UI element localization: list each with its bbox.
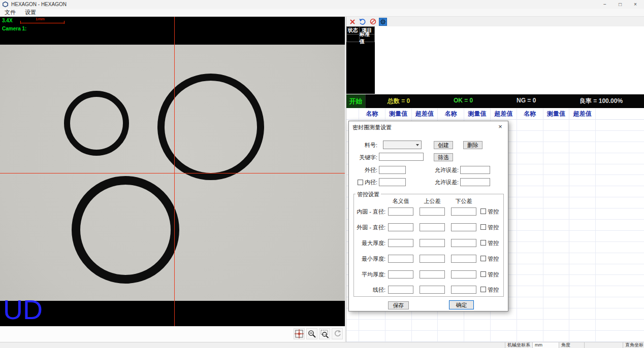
app-logo-icon: [3, 2, 8, 7]
result-cell: [543, 220, 570, 231]
result-cell: [464, 331, 491, 342]
inner-dia-upper-input[interactable]: [420, 207, 445, 216]
outer-diameter-input[interactable]: [379, 166, 406, 174]
result-cell: [543, 297, 570, 308]
unit-status: mm: [532, 342, 559, 348]
result-cell: [543, 164, 570, 176]
control-settings-title: 管控设置: [356, 191, 381, 198]
start-button[interactable]: 开始: [346, 94, 366, 108]
avg-thickness-nominal-input[interactable]: [388, 270, 413, 279]
crosshair-vertical: [174, 17, 175, 326]
result-header-blank: [346, 109, 359, 120]
avg-thickness-upper-input[interactable]: [420, 270, 445, 279]
result-cell: [517, 286, 543, 297]
keyword-label: 关键字:: [352, 154, 377, 160]
inner-diameter-checkbox[interactable]: [358, 180, 363, 185]
inner-tolerance-input[interactable]: [460, 178, 490, 186]
camera-bottom-mask: [0, 301, 345, 326]
result-cell: [569, 208, 596, 220]
inner-dia-control-checkbox[interactable]: [480, 208, 486, 214]
result-cell: [491, 331, 517, 342]
outer-dia-control-checkbox[interactable]: [480, 224, 486, 230]
stage-center-button[interactable]: [294, 328, 305, 339]
result-cell: [543, 175, 570, 186]
ok-button[interactable]: 确定: [449, 300, 474, 309]
filter-button[interactable]: 筛选: [434, 153, 453, 161]
max-thickness-lower-input[interactable]: [451, 239, 476, 247]
camera-view: 3.4X Camera 1: 1mm UD: [0, 17, 345, 326]
max-thickness-control-checkbox[interactable]: [480, 240, 486, 246]
wire-dia-control-checkbox[interactable]: [480, 287, 486, 292]
min-thickness-upper-input[interactable]: [420, 255, 445, 263]
ok-count: OK = 0: [454, 97, 473, 106]
result-col-value-1: 测量值: [385, 109, 412, 120]
outer-dia-lower-input[interactable]: [451, 223, 476, 231]
dialog-title: 密封圈测量设置: [352, 124, 392, 131]
result-cell: [517, 308, 543, 320]
dialog-close-button[interactable]: ×: [493, 121, 508, 131]
outer-dia-nominal-input[interactable]: [388, 223, 413, 231]
delete-button[interactable]: 删除: [463, 141, 482, 149]
inner-diameter-input[interactable]: [379, 178, 406, 186]
result-cell: [543, 197, 570, 208]
min-thickness-nominal-input[interactable]: [388, 255, 413, 263]
status-bar: 机械坐标系 mm 角度 直角坐标: [0, 342, 644, 348]
avg-thickness-control-checkbox[interactable]: [480, 271, 486, 277]
result-cell: [543, 253, 570, 264]
zoom-region-icon[interactable]: [319, 328, 330, 339]
min-thickness-control-checkbox[interactable]: [480, 256, 486, 261]
result-cell: [596, 275, 644, 286]
result-cell: [569, 220, 596, 231]
min-thickness-lower-input[interactable]: [451, 255, 476, 263]
result-col-dev-3: 超差值: [569, 109, 596, 120]
maximize-button[interactable]: □: [613, 0, 628, 9]
outer-dia-upper-input[interactable]: [420, 223, 445, 231]
disable-icon[interactable]: [369, 18, 377, 26]
wire-dia-lower-input[interactable]: [451, 286, 476, 294]
delete-item-icon[interactable]: [348, 18, 357, 26]
refresh-icon[interactable]: [332, 328, 343, 339]
result-cell: [569, 231, 596, 242]
avg-thickness-lower-input[interactable]: [451, 270, 476, 279]
settings-gear-icon[interactable]: [379, 18, 387, 26]
result-cell: [596, 208, 644, 220]
control-label: 管控: [488, 224, 501, 230]
result-cell: [569, 320, 596, 331]
result-col-value-2: 测量值: [464, 109, 491, 120]
result-cell: [517, 208, 543, 220]
result-cell: [543, 186, 570, 197]
undo-icon[interactable]: [359, 18, 367, 26]
minimize-button[interactable]: −: [597, 0, 613, 9]
result-cell: [569, 253, 596, 264]
menu-settings[interactable]: 设置: [20, 9, 41, 16]
result-cell: [517, 253, 543, 264]
inner-dia-nominal-input[interactable]: [388, 207, 413, 216]
create-button[interactable]: 创建: [434, 141, 453, 149]
crosshair-horizontal: [0, 173, 345, 173]
result-cell: [385, 331, 412, 342]
inner-dia-lower-input[interactable]: [451, 207, 476, 216]
keyword-input[interactable]: [379, 153, 424, 161]
inner-tolerance-label: 允许误差:: [429, 179, 459, 185]
part-number-select[interactable]: [383, 141, 422, 149]
save-button[interactable]: 保存: [388, 301, 409, 309]
result-cell: [569, 197, 596, 208]
result-cell: [569, 131, 596, 142]
row-inner-diameter-label: 内圆 - 直径:: [349, 208, 385, 215]
result-cell: [569, 186, 596, 197]
menu-file[interactable]: 文件: [0, 9, 20, 16]
wire-dia-nominal-input[interactable]: [388, 286, 413, 294]
result-cell: [596, 297, 644, 308]
outer-tolerance-label: 允许误差:: [429, 167, 459, 173]
max-thickness-nominal-input[interactable]: [388, 239, 413, 247]
close-button[interactable]: ×: [628, 0, 643, 9]
zoom-out-icon[interactable]: [306, 328, 317, 339]
result-cell: [569, 120, 596, 131]
outer-diameter-label: 外径:: [358, 167, 377, 173]
result-cell: [359, 320, 385, 331]
outer-tolerance-input[interactable]: [460, 166, 490, 174]
ng-count: NG = 0: [517, 97, 536, 106]
control-label: 管控: [488, 240, 501, 246]
max-thickness-upper-input[interactable]: [420, 239, 445, 247]
wire-dia-upper-input[interactable]: [420, 286, 445, 294]
